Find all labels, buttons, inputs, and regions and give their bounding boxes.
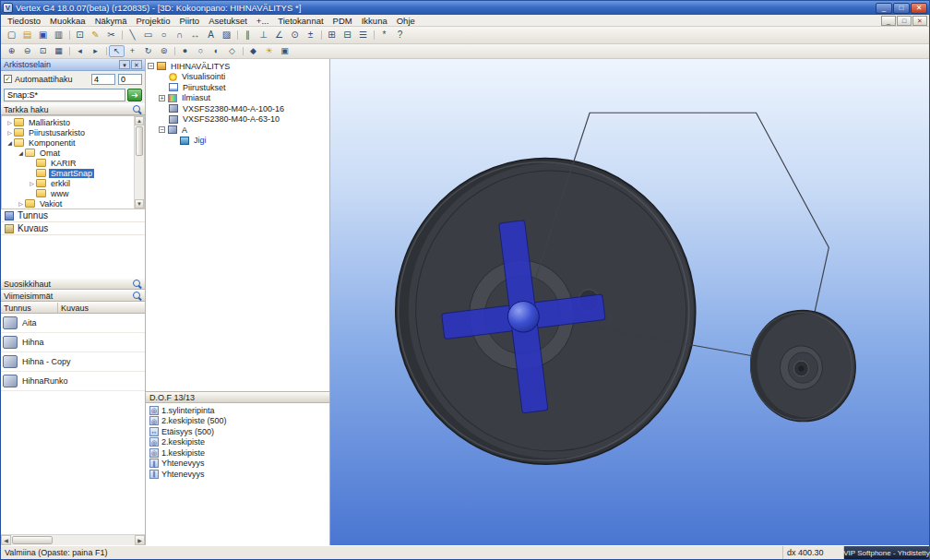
previous-view-icon[interactable]: ◂ [72, 45, 88, 57]
filter-row[interactable]: Tunnus [1, 209, 145, 222]
part-icon[interactable]: ⊟ [340, 29, 355, 42]
close-button[interactable]: ✕ [911, 3, 927, 14]
hatch-icon[interactable]: ▨ [219, 29, 234, 42]
tree-vertical-scrollbar[interactable]: ▲ ▼ [134, 116, 144, 209]
zoom-in-icon[interactable]: ⊕ [4, 45, 19, 57]
light-icon[interactable]: ☀ [261, 45, 277, 57]
center-sphere[interactable] [507, 302, 539, 333]
tree-item[interactable]: ▷ Piirustusarkisto [2, 127, 134, 137]
autosearch-delay-field[interactable] [118, 74, 142, 85]
rotate-view-icon[interactable]: ↻ [140, 45, 156, 57]
scroll-right-icon[interactable]: ▶ [135, 535, 145, 545]
expander-icon[interactable]: ◢ [6, 140, 14, 146]
small-pulley-center[interactable] [798, 366, 804, 372]
table-row[interactable]: HihnaRunko [1, 372, 145, 391]
model-tree-item[interactable]: Jigi [146, 136, 329, 147]
model-tree-item[interactable]: Piirustukset [146, 82, 329, 93]
viewport-canvas[interactable] [330, 59, 929, 545]
tree-item[interactable]: KARIR [2, 158, 134, 168]
table-row[interactable]: Aita [1, 314, 145, 333]
expander-icon[interactable]: ▷ [17, 201, 25, 207]
expander-icon[interactable]: ◢ [17, 150, 25, 156]
expander-icon[interactable]: − [159, 126, 165, 133]
tree-item[interactable]: SmartSnap [2, 168, 134, 178]
print-icon[interactable]: ▥ [51, 29, 66, 42]
viewport[interactable] [330, 59, 929, 545]
plot-icon[interactable]: ✎ [88, 29, 103, 42]
next-view-icon[interactable]: ▸ [88, 45, 103, 57]
scrollbar-thumb[interactable] [12, 536, 53, 544]
tree-item[interactable]: ▷ erkkil [2, 178, 134, 188]
dof-constraint-item[interactable]: ∥ Yhtenevyys [146, 469, 329, 480]
menu-item[interactable]: Näkymä [90, 16, 132, 26]
shaded-view-icon[interactable]: ● [177, 45, 193, 57]
softphone-status[interactable]: VIP Softphone - Yhdistetty [844, 546, 929, 559]
menu-item[interactable]: Tietokannat [273, 16, 328, 26]
minimize-button[interactable]: _ [876, 3, 892, 14]
model-tree-item[interactable]: VXSFS2380-M40-A-63-10 [146, 114, 329, 125]
tree-item[interactable]: ◢ Komponentit [2, 137, 134, 148]
menu-item[interactable]: Piirto [174, 16, 204, 26]
circle-icon[interactable]: ○ [156, 29, 172, 42]
panel-horizontal-scrollbar[interactable]: ◀ ▶ [1, 534, 145, 545]
dimension-icon[interactable]: ↔ [187, 29, 203, 42]
camera-icon[interactable]: ▣ [277, 45, 292, 57]
concentric-constraint-icon[interactable]: ⊙ [287, 29, 303, 42]
search-icon[interactable] [133, 105, 142, 114]
hidden-line-view-icon[interactable]: ◐ [209, 45, 224, 57]
tree-item[interactable]: ◢ Omat [2, 148, 134, 158]
expander-icon[interactable]: ▷ [6, 120, 14, 125]
dof-constraint-item[interactable]: ◎ 1.sylinteripinta [146, 405, 329, 416]
dof-constraint-item[interactable]: ◎ 2.keskipiste (500) [146, 416, 329, 427]
pan-icon[interactable]: + [125, 45, 140, 57]
expander-icon[interactable]: + [159, 95, 165, 101]
search-icon[interactable] [133, 292, 142, 301]
menu-item[interactable]: Muokkaa [45, 16, 90, 26]
new-document-icon[interactable]: ▢ [4, 29, 19, 42]
exact-search-section-bar[interactable]: Tarkka haku [1, 103, 145, 115]
maximize-button[interactable]: □ [893, 3, 910, 14]
distance-constraint-icon[interactable]: ± [303, 29, 318, 42]
autosearch-count-field[interactable] [91, 74, 115, 85]
component-tree-icon[interactable]: ☰ [355, 29, 371, 42]
scrollbar-track[interactable] [135, 125, 144, 199]
macro-icon[interactable]: * [376, 29, 392, 42]
scrollbar-thumb[interactable] [136, 126, 143, 156]
scrollbar-track[interactable] [11, 535, 135, 545]
scroll-up-icon[interactable]: ▲ [135, 116, 144, 125]
text-icon[interactable]: A [203, 29, 219, 42]
tree-item[interactable]: www [2, 188, 134, 198]
mdi-close-button[interactable]: ✕ [912, 16, 927, 26]
dof-constraint-item[interactable]: ↔ Etäisyys (500) [146, 426, 329, 437]
recent-section-bar[interactable]: Viimeisimmät [1, 290, 145, 302]
model-tree-item[interactable]: − A [146, 125, 329, 136]
model-tree-item[interactable]: VXSFS2380-M40-A-100-16 [146, 103, 329, 114]
menu-item[interactable]: Tiedosto [3, 16, 45, 26]
help-icon[interactable]: ? [392, 29, 408, 42]
scroll-down-icon[interactable]: ▼ [135, 199, 144, 209]
zoom-all-icon[interactable]: ▦ [51, 45, 66, 57]
model-tree-item[interactable]: − HIHNAVÄLITYS [146, 61, 329, 72]
menu-item[interactable]: Asetukset [204, 16, 252, 26]
expander-icon[interactable]: ▷ [28, 181, 36, 186]
tree-item[interactable]: ▷ Vakiot [2, 198, 134, 209]
scroll-left-icon[interactable]: ◀ [1, 535, 11, 545]
parallel-constraint-icon[interactable]: ∥ [240, 29, 256, 42]
open-document-icon[interactable]: ▤ [19, 29, 35, 42]
rectangle-icon[interactable]: ▭ [140, 29, 156, 42]
expander-icon[interactable]: − [148, 63, 154, 69]
perpendicular-constraint-icon[interactable]: ⊥ [256, 29, 271, 42]
wireframe-view-icon[interactable]: ○ [193, 45, 209, 57]
search-icon[interactable] [133, 280, 142, 289]
autosearch-checkbox[interactable]: ✓ [4, 75, 12, 83]
select-cursor-icon[interactable]: ↖ [109, 45, 125, 57]
orbit-icon[interactable]: ⊚ [156, 45, 172, 57]
line-icon[interactable]: ╲ [125, 29, 140, 42]
column-header-tunnus[interactable]: Tunnus [1, 303, 58, 313]
menu-item[interactable]: +... [252, 16, 273, 26]
mdi-minimize-button[interactable]: _ [881, 16, 896, 26]
dof-constraint-item[interactable]: ∥ Yhtenevyys [146, 459, 329, 470]
column-header-kuvaus[interactable]: Kuvaus [58, 303, 145, 313]
dof-constraint-item[interactable]: ◎ 1.keskipiste [146, 447, 329, 459]
render-icon[interactable]: ◆ [245, 45, 261, 57]
